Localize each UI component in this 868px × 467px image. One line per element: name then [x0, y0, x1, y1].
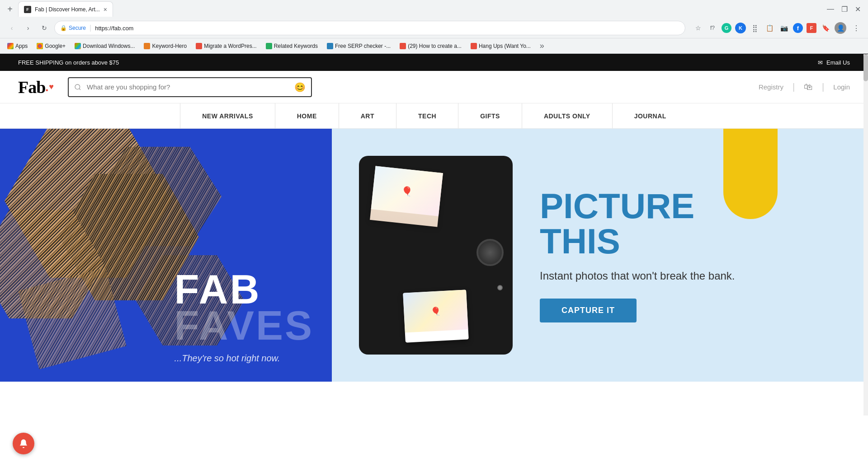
tab-favicon: F — [24, 6, 31, 13]
search-icon — [69, 84, 87, 91]
emoji-button[interactable]: 😊 — [289, 82, 311, 93]
camera-device: 🎈 🎈 — [359, 156, 513, 355]
hero-section: FAB FAVES ...They're so hot right now. 🎈… — [0, 129, 868, 382]
bookmark-star-icon[interactable]: ☆ — [693, 23, 703, 33]
bookmark-google-favicon — [37, 43, 43, 49]
hero-left-panel[interactable]: FAB FAVES ...They're so hot right now. — [0, 129, 332, 382]
email-us-label: Email Us — [826, 59, 850, 66]
bookmark-how-to-favicon — [400, 43, 406, 49]
bookmark-google[interactable]: Google+ — [33, 41, 69, 51]
nav-adults-only[interactable]: ADULTS ONLY — [522, 103, 613, 128]
tab-title: Fab | Discover Home, Art... — [35, 6, 100, 13]
email-us-button[interactable]: ✉ Email Us — [818, 59, 850, 66]
bookmark-serp-label: Free SERP checker -... — [335, 43, 391, 49]
bookmark-serp-favicon — [327, 43, 333, 49]
photo-print: 🎈 — [370, 166, 443, 227]
bookmark-serp[interactable]: Free SERP checker -... — [323, 41, 394, 51]
secure-badge: 🔒 Secure — [60, 25, 86, 31]
capture-button[interactable]: CAPTURE IT — [540, 299, 637, 322]
logo-heart: ♥ — [49, 82, 53, 92]
bookmark-related-favicon — [266, 43, 272, 49]
promo-text: FREE SHIPPING on orders above $75 — [18, 59, 119, 66]
bookmark-ext-icon[interactable]: 🔖 — [820, 23, 831, 33]
nav-home[interactable]: HOME — [275, 103, 339, 128]
bookmark-kw-hero[interactable]: Keyword-Hero — [140, 41, 190, 51]
nav-new-arrivals[interactable]: NEW ARRIVALS — [180, 103, 275, 128]
registry-link[interactable]: Registry — [759, 83, 783, 91]
site-logo[interactable]: Fab.♥ — [18, 77, 53, 97]
new-tab-button[interactable]: + — [4, 3, 16, 15]
bookmark-related-label: Related Keywords — [274, 43, 318, 49]
hero-left-text: FAB FAVES ...They're so hot right now. — [175, 269, 314, 364]
bookmark-how-to-label: (29) How to create a... — [408, 43, 462, 49]
nav-tech[interactable]: TECH — [396, 103, 458, 128]
bookmark-migrate-label: Migrate a WordPres... — [204, 43, 256, 49]
site-header: Fab.♥ 😊 Registry | 🛍 | Login — [0, 71, 868, 103]
camera-icon[interactable]: 📷 — [778, 23, 789, 33]
scrollbar-track — [863, 54, 868, 382]
minimize-button[interactable]: — — [827, 5, 834, 13]
nav-art[interactable]: ART — [339, 103, 396, 128]
picture-title-line2: THIS — [540, 224, 841, 259]
bookmark-related[interactable]: Related Keywords — [262, 41, 321, 51]
address-bar[interactable]: 🔒 Secure | https://fab.com — [54, 21, 685, 35]
bookmark-kw-hero-favicon — [144, 43, 150, 49]
browser-title-bar: + F Fab | Discover Home, Art... × — ❐ ✕ — [0, 0, 868, 18]
header-divider: | — [793, 82, 795, 92]
bookmark-apps[interactable]: Apps — [4, 41, 31, 51]
font-extension-icon[interactable]: f? — [707, 23, 718, 33]
bookmark-windows[interactable]: Download Windows... — [71, 41, 138, 51]
address-url: https://fab.com — [95, 25, 133, 32]
promo-bar: FREE SHIPPING on orders above $75 ✉ Emai… — [0, 54, 868, 71]
back-button[interactable]: ‹ — [5, 22, 18, 34]
email-icon: ✉ — [818, 59, 823, 66]
bookmark-hang-ups[interactable]: Hang Ups (Want Yo... — [467, 41, 534, 51]
nav-journal[interactable]: JOURNAL — [613, 103, 688, 128]
search-bar[interactable]: 😊 — [68, 77, 312, 97]
facebook-icon[interactable]: f — [793, 23, 803, 33]
bookmark-windows-favicon — [75, 43, 81, 49]
tab-close-button[interactable]: × — [104, 6, 107, 13]
login-link[interactable]: Login — [833, 83, 850, 91]
hero-tagline: ...They're so hot right now. — [175, 353, 314, 364]
extensions-grid-icon[interactable]: ⣿ — [750, 23, 760, 33]
bookmark-migrate-favicon — [196, 43, 202, 49]
faves-label: FAVES — [175, 305, 314, 346]
browser-toolbar: ‹ › ↻ 🔒 Secure | https://fab.com ☆ f? G … — [0, 18, 868, 38]
fab-red-icon[interactable]: F — [807, 23, 816, 33]
secure-label: Secure — [69, 25, 86, 31]
hero-right-text: PICTURE THIS Instant photos that won't b… — [540, 188, 841, 322]
nav-gifts[interactable]: GIFTS — [458, 103, 522, 128]
bag-icon[interactable]: 🛍 — [804, 82, 813, 92]
chrome-menu-button[interactable]: ⋮ — [850, 22, 863, 34]
yellow-decoration — [723, 129, 778, 219]
site-wrapper: FREE SHIPPING on orders above $75 ✉ Emai… — [0, 54, 868, 382]
bookmark-windows-label: Download Windows... — [83, 43, 135, 49]
close-button[interactable]: ✕ — [855, 5, 861, 14]
account-k-icon[interactable]: K — [735, 23, 746, 33]
clipboard-icon[interactable]: 📋 — [764, 23, 775, 33]
bookmark-hang-ups-label: Hang Ups (Want Yo... — [479, 43, 531, 49]
bookmark-google-label: Google+ — [45, 43, 66, 49]
lock-icon: 🔒 — [60, 25, 67, 31]
window-controls: — ❐ ✕ — [827, 5, 864, 14]
forward-button[interactable]: › — [22, 22, 34, 34]
grammarly-icon[interactable]: G — [722, 23, 731, 33]
profile-avatar-icon[interactable]: 👤 — [835, 22, 846, 34]
refresh-button[interactable]: ↻ — [38, 22, 51, 34]
browser-tab[interactable]: F Fab | Discover Home, Art... × — [18, 1, 113, 17]
bookmarks-more-button[interactable]: » — [538, 41, 546, 51]
bookmark-kw-hero-label: Keyword-Hero — [152, 43, 187, 49]
maximize-button[interactable]: ❐ — [841, 5, 848, 14]
address-separator: | — [90, 24, 91, 32]
bookmark-how-to[interactable]: (29) How to create a... — [396, 41, 465, 51]
hero-subtitle: Instant photos that won't break the bank… — [540, 268, 841, 284]
header-right: Registry | 🛍 | Login — [759, 82, 850, 92]
scrollbar-thumb[interactable] — [863, 54, 868, 81]
header-divider-2: | — [822, 82, 824, 92]
search-input[interactable] — [87, 83, 289, 91]
svg-point-0 — [75, 84, 80, 89]
logo-text: Fab — [18, 77, 45, 97]
bookmark-migrate[interactable]: Migrate a WordPres... — [192, 41, 260, 51]
site-nav: NEW ARRIVALS HOME ART TECH GIFTS ADULTS … — [0, 103, 868, 129]
